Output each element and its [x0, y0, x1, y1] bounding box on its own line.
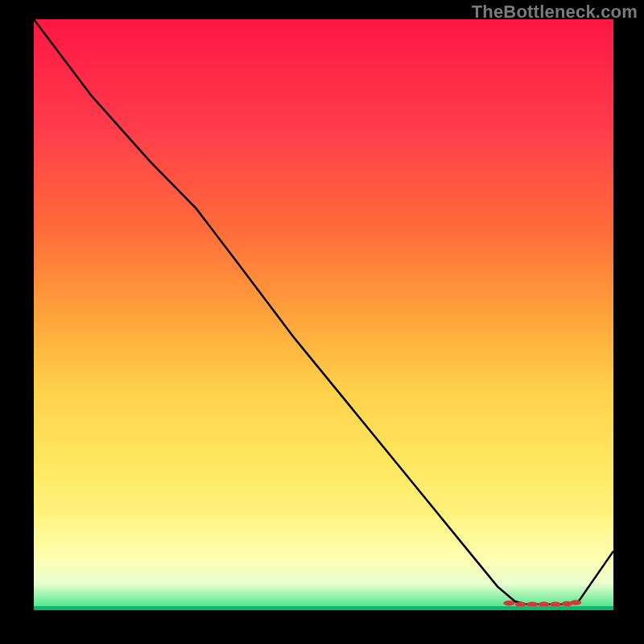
chart-plot-area — [34, 19, 613, 610]
watermark-text: TheBottleneck.com — [472, 2, 638, 23]
chart-marker — [539, 602, 550, 607]
chart-marker — [570, 600, 581, 605]
chart-marker — [561, 601, 572, 606]
chart-marker — [550, 602, 561, 607]
page-root: TheBottleneck.com — [0, 0, 644, 644]
chart-marker — [526, 602, 538, 607]
chart-line-curve — [34, 19, 613, 605]
chart-marker — [515, 602, 526, 607]
chart-svg — [34, 19, 613, 610]
chart-marker — [503, 601, 514, 605]
chart-marker-group — [503, 600, 581, 607]
